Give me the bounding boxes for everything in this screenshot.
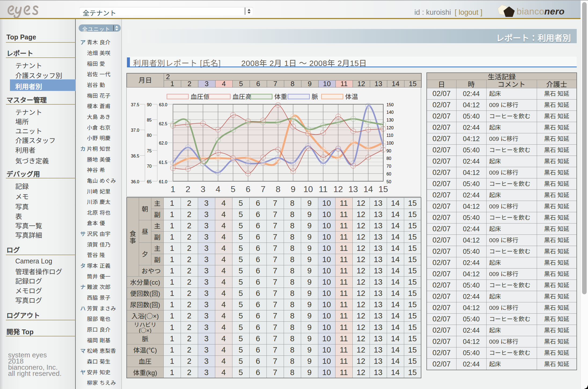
- svg-text:体重: 体重: [274, 91, 287, 101]
- svg-text:60: 60: [386, 172, 391, 176]
- svg-text:15: 15: [378, 184, 388, 194]
- svg-text:7: 7: [261, 184, 265, 194]
- svg-text:体温: 体温: [345, 91, 358, 101]
- svg-text:100: 100: [386, 141, 394, 145]
- svg-text:75: 75: [147, 149, 152, 153]
- svg-text:50: 50: [386, 179, 391, 184]
- svg-text:70: 70: [386, 164, 391, 168]
- svg-text:5: 5: [231, 184, 236, 194]
- svg-text:61.0: 61.0: [159, 179, 167, 184]
- svg-text:血圧高: 血圧高: [232, 91, 252, 101]
- svg-text:90: 90: [386, 149, 391, 153]
- svg-text:37.5: 37.5: [131, 102, 139, 107]
- svg-text:3: 3: [201, 184, 206, 194]
- svg-text:37.0: 37.0: [131, 128, 139, 133]
- svg-text:80: 80: [386, 156, 391, 161]
- svg-text:65: 65: [147, 179, 152, 184]
- svg-text:150: 150: [386, 102, 394, 107]
- svg-text:36.0: 36.0: [131, 179, 139, 184]
- svg-text:血圧低: 血圧低: [191, 91, 210, 101]
- svg-text:61.5: 61.5: [159, 160, 167, 165]
- svg-text:9: 9: [291, 184, 295, 194]
- svg-text:11: 11: [319, 184, 327, 194]
- svg-text:8: 8: [276, 184, 280, 194]
- svg-text:4: 4: [216, 184, 221, 194]
- svg-text:130: 130: [386, 118, 394, 122]
- svg-text:90: 90: [147, 102, 152, 107]
- svg-text:2: 2: [186, 184, 191, 194]
- svg-text:6: 6: [246, 184, 250, 194]
- svg-text:12: 12: [333, 184, 343, 194]
- svg-text:63.0: 63.0: [159, 102, 167, 107]
- svg-text:85: 85: [147, 118, 152, 122]
- svg-text:120: 120: [386, 126, 394, 130]
- svg-text:110: 110: [386, 133, 393, 138]
- svg-text:62.5: 62.5: [159, 122, 167, 126]
- svg-text:70: 70: [147, 164, 152, 168]
- svg-text:脈: 脈: [312, 91, 318, 101]
- svg-text:13: 13: [348, 184, 358, 194]
- svg-text:140: 140: [386, 110, 394, 115]
- svg-text:62.0: 62.0: [159, 141, 167, 145]
- svg-text:80: 80: [147, 133, 152, 138]
- svg-text:14: 14: [363, 184, 373, 194]
- svg-text:36.5: 36.5: [131, 154, 139, 158]
- svg-text:10: 10: [303, 184, 313, 194]
- svg-text:1: 1: [171, 184, 176, 194]
